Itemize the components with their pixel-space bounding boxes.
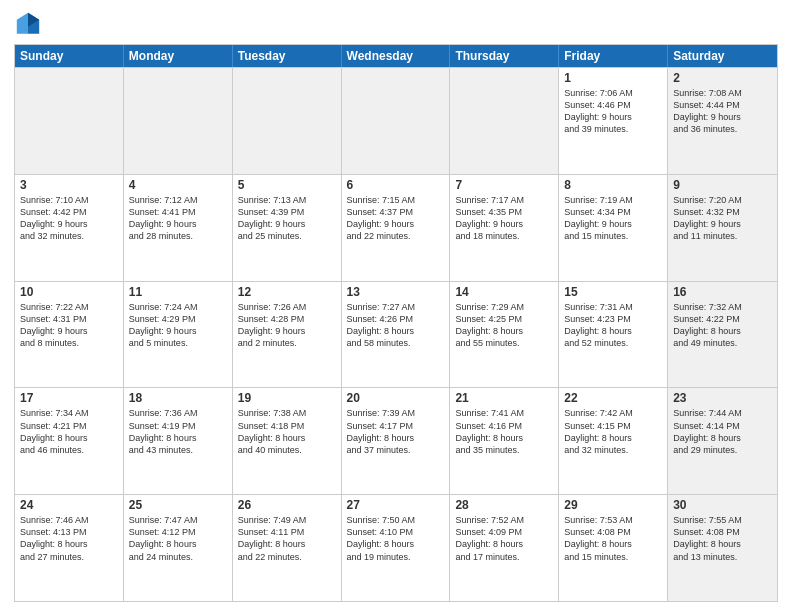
day-info: Sunrise: 7:22 AM Sunset: 4:31 PM Dayligh… [20, 301, 118, 350]
day-cell-13: 13Sunrise: 7:27 AM Sunset: 4:26 PM Dayli… [342, 282, 451, 388]
header-day-thursday: Thursday [450, 45, 559, 67]
day-info: Sunrise: 7:49 AM Sunset: 4:11 PM Dayligh… [238, 514, 336, 563]
day-number: 10 [20, 285, 118, 299]
day-info: Sunrise: 7:08 AM Sunset: 4:44 PM Dayligh… [673, 87, 772, 136]
header-day-saturday: Saturday [668, 45, 777, 67]
day-info: Sunrise: 7:39 AM Sunset: 4:17 PM Dayligh… [347, 407, 445, 456]
header-day-sunday: Sunday [15, 45, 124, 67]
day-cell-23: 23Sunrise: 7:44 AM Sunset: 4:14 PM Dayli… [668, 388, 777, 494]
day-number: 23 [673, 391, 772, 405]
day-cell-4: 4Sunrise: 7:12 AM Sunset: 4:41 PM Daylig… [124, 175, 233, 281]
header-day-monday: Monday [124, 45, 233, 67]
day-number: 25 [129, 498, 227, 512]
day-cell-30: 30Sunrise: 7:55 AM Sunset: 4:08 PM Dayli… [668, 495, 777, 601]
svg-marker-1 [17, 13, 28, 34]
day-info: Sunrise: 7:32 AM Sunset: 4:22 PM Dayligh… [673, 301, 772, 350]
day-info: Sunrise: 7:24 AM Sunset: 4:29 PM Dayligh… [129, 301, 227, 350]
day-info: Sunrise: 7:17 AM Sunset: 4:35 PM Dayligh… [455, 194, 553, 243]
day-cell-21: 21Sunrise: 7:41 AM Sunset: 4:16 PM Dayli… [450, 388, 559, 494]
day-info: Sunrise: 7:50 AM Sunset: 4:10 PM Dayligh… [347, 514, 445, 563]
day-info: Sunrise: 7:27 AM Sunset: 4:26 PM Dayligh… [347, 301, 445, 350]
day-info: Sunrise: 7:29 AM Sunset: 4:25 PM Dayligh… [455, 301, 553, 350]
day-number: 14 [455, 285, 553, 299]
day-cell-11: 11Sunrise: 7:24 AM Sunset: 4:29 PM Dayli… [124, 282, 233, 388]
page: SundayMondayTuesdayWednesdayThursdayFrid… [0, 0, 792, 612]
day-cell-26: 26Sunrise: 7:49 AM Sunset: 4:11 PM Dayli… [233, 495, 342, 601]
day-number: 28 [455, 498, 553, 512]
day-cell-15: 15Sunrise: 7:31 AM Sunset: 4:23 PM Dayli… [559, 282, 668, 388]
empty-cell [15, 68, 124, 174]
day-number: 11 [129, 285, 227, 299]
day-info: Sunrise: 7:44 AM Sunset: 4:14 PM Dayligh… [673, 407, 772, 456]
day-number: 21 [455, 391, 553, 405]
day-number: 9 [673, 178, 772, 192]
day-number: 4 [129, 178, 227, 192]
day-info: Sunrise: 7:53 AM Sunset: 4:08 PM Dayligh… [564, 514, 662, 563]
day-info: Sunrise: 7:34 AM Sunset: 4:21 PM Dayligh… [20, 407, 118, 456]
day-number: 12 [238, 285, 336, 299]
day-cell-8: 8Sunrise: 7:19 AM Sunset: 4:34 PM Daylig… [559, 175, 668, 281]
day-cell-18: 18Sunrise: 7:36 AM Sunset: 4:19 PM Dayli… [124, 388, 233, 494]
day-cell-24: 24Sunrise: 7:46 AM Sunset: 4:13 PM Dayli… [15, 495, 124, 601]
day-info: Sunrise: 7:41 AM Sunset: 4:16 PM Dayligh… [455, 407, 553, 456]
day-cell-22: 22Sunrise: 7:42 AM Sunset: 4:15 PM Dayli… [559, 388, 668, 494]
day-number: 29 [564, 498, 662, 512]
day-cell-1: 1Sunrise: 7:06 AM Sunset: 4:46 PM Daylig… [559, 68, 668, 174]
day-info: Sunrise: 7:12 AM Sunset: 4:41 PM Dayligh… [129, 194, 227, 243]
header-day-tuesday: Tuesday [233, 45, 342, 67]
day-cell-19: 19Sunrise: 7:38 AM Sunset: 4:18 PM Dayli… [233, 388, 342, 494]
header [14, 10, 778, 38]
calendar-row-0: 1Sunrise: 7:06 AM Sunset: 4:46 PM Daylig… [15, 67, 777, 174]
logo [14, 10, 46, 38]
day-number: 16 [673, 285, 772, 299]
day-cell-27: 27Sunrise: 7:50 AM Sunset: 4:10 PM Dayli… [342, 495, 451, 601]
day-number: 3 [20, 178, 118, 192]
day-info: Sunrise: 7:42 AM Sunset: 4:15 PM Dayligh… [564, 407, 662, 456]
calendar-row-1: 3Sunrise: 7:10 AM Sunset: 4:42 PM Daylig… [15, 174, 777, 281]
day-number: 22 [564, 391, 662, 405]
day-cell-10: 10Sunrise: 7:22 AM Sunset: 4:31 PM Dayli… [15, 282, 124, 388]
calendar: SundayMondayTuesdayWednesdayThursdayFrid… [14, 44, 778, 602]
day-number: 8 [564, 178, 662, 192]
day-cell-20: 20Sunrise: 7:39 AM Sunset: 4:17 PM Dayli… [342, 388, 451, 494]
day-cell-6: 6Sunrise: 7:15 AM Sunset: 4:37 PM Daylig… [342, 175, 451, 281]
day-cell-17: 17Sunrise: 7:34 AM Sunset: 4:21 PM Dayli… [15, 388, 124, 494]
header-day-friday: Friday [559, 45, 668, 67]
day-number: 30 [673, 498, 772, 512]
calendar-body: 1Sunrise: 7:06 AM Sunset: 4:46 PM Daylig… [15, 67, 777, 601]
calendar-header: SundayMondayTuesdayWednesdayThursdayFrid… [15, 45, 777, 67]
day-cell-29: 29Sunrise: 7:53 AM Sunset: 4:08 PM Dayli… [559, 495, 668, 601]
day-info: Sunrise: 7:46 AM Sunset: 4:13 PM Dayligh… [20, 514, 118, 563]
day-info: Sunrise: 7:19 AM Sunset: 4:34 PM Dayligh… [564, 194, 662, 243]
day-info: Sunrise: 7:20 AM Sunset: 4:32 PM Dayligh… [673, 194, 772, 243]
day-info: Sunrise: 7:31 AM Sunset: 4:23 PM Dayligh… [564, 301, 662, 350]
day-number: 6 [347, 178, 445, 192]
empty-cell [342, 68, 451, 174]
day-cell-2: 2Sunrise: 7:08 AM Sunset: 4:44 PM Daylig… [668, 68, 777, 174]
day-info: Sunrise: 7:15 AM Sunset: 4:37 PM Dayligh… [347, 194, 445, 243]
day-cell-12: 12Sunrise: 7:26 AM Sunset: 4:28 PM Dayli… [233, 282, 342, 388]
day-number: 20 [347, 391, 445, 405]
empty-cell [233, 68, 342, 174]
day-info: Sunrise: 7:26 AM Sunset: 4:28 PM Dayligh… [238, 301, 336, 350]
day-number: 27 [347, 498, 445, 512]
calendar-row-4: 24Sunrise: 7:46 AM Sunset: 4:13 PM Dayli… [15, 494, 777, 601]
day-info: Sunrise: 7:47 AM Sunset: 4:12 PM Dayligh… [129, 514, 227, 563]
day-cell-25: 25Sunrise: 7:47 AM Sunset: 4:12 PM Dayli… [124, 495, 233, 601]
day-info: Sunrise: 7:38 AM Sunset: 4:18 PM Dayligh… [238, 407, 336, 456]
day-cell-16: 16Sunrise: 7:32 AM Sunset: 4:22 PM Dayli… [668, 282, 777, 388]
day-number: 2 [673, 71, 772, 85]
day-info: Sunrise: 7:10 AM Sunset: 4:42 PM Dayligh… [20, 194, 118, 243]
day-number: 26 [238, 498, 336, 512]
day-number: 18 [129, 391, 227, 405]
day-cell-7: 7Sunrise: 7:17 AM Sunset: 4:35 PM Daylig… [450, 175, 559, 281]
day-number: 15 [564, 285, 662, 299]
day-info: Sunrise: 7:06 AM Sunset: 4:46 PM Dayligh… [564, 87, 662, 136]
day-cell-5: 5Sunrise: 7:13 AM Sunset: 4:39 PM Daylig… [233, 175, 342, 281]
day-info: Sunrise: 7:55 AM Sunset: 4:08 PM Dayligh… [673, 514, 772, 563]
logo-icon [14, 10, 42, 38]
day-cell-9: 9Sunrise: 7:20 AM Sunset: 4:32 PM Daylig… [668, 175, 777, 281]
day-number: 7 [455, 178, 553, 192]
day-number: 17 [20, 391, 118, 405]
header-day-wednesday: Wednesday [342, 45, 451, 67]
